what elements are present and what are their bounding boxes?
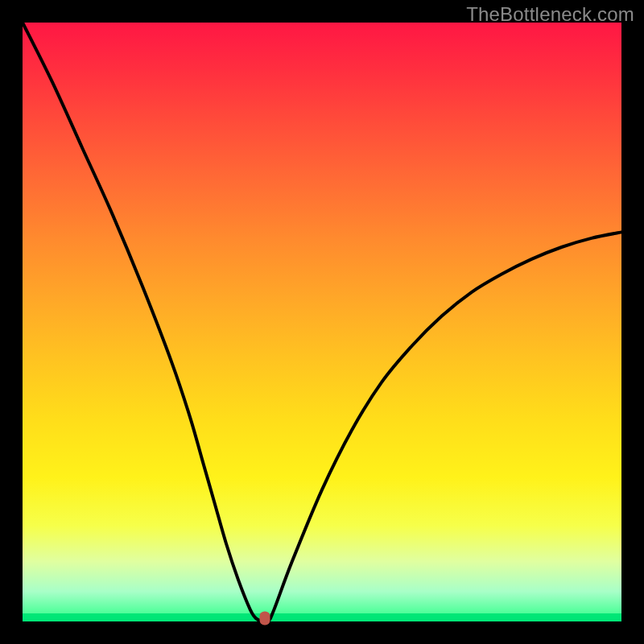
chart-frame: TheBottleneck.com — [0, 0, 644, 644]
bottleneck-curve — [23, 23, 621, 622]
curve-svg — [23, 23, 621, 621]
minimum-marker — [260, 612, 270, 625]
plot-area — [23, 23, 621, 621]
